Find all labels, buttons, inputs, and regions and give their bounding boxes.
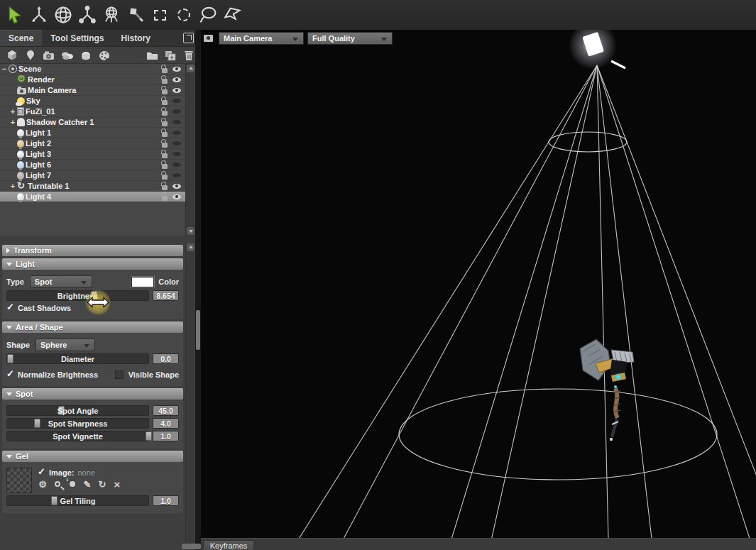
polygon-lasso-select-icon[interactable] bbox=[221, 4, 243, 26]
add-folder-icon[interactable] bbox=[146, 50, 158, 61]
section-header-transform[interactable]: Transform bbox=[2, 245, 183, 256]
light-color-swatch[interactable] bbox=[131, 277, 154, 287]
tree-row-render[interactable]: Render bbox=[0, 75, 185, 85]
eye-icon[interactable] bbox=[172, 107, 182, 116]
eye-icon[interactable] bbox=[172, 75, 182, 84]
camera-select-dropdown[interactable]: Main Camera bbox=[219, 32, 304, 45]
spot-sharpness-value[interactable]: 4.0 bbox=[153, 418, 179, 429]
tab-tool-settings[interactable]: Tool Settings bbox=[42, 30, 112, 46]
panel-edge-scrollbar[interactable] bbox=[195, 30, 201, 550]
reload-icon[interactable]: ↻ bbox=[97, 479, 107, 489]
duplicate-icon[interactable] bbox=[164, 50, 177, 61]
scroll-up-icon[interactable] bbox=[187, 65, 195, 72]
gear-icon[interactable]: ⚙ bbox=[38, 479, 48, 489]
spot-angle-slider[interactable]: Spot Angle bbox=[6, 405, 149, 416]
horizontal-scrollbar-thumb[interactable] bbox=[182, 544, 201, 549]
add-sky-icon[interactable] bbox=[61, 50, 74, 61]
add-light-icon[interactable] bbox=[24, 50, 37, 61]
spot-vignette-slider[interactable]: Spot Vignette bbox=[6, 431, 149, 441]
gel-tiling-value[interactable]: 1.0 bbox=[153, 495, 179, 506]
eye-icon[interactable] bbox=[172, 182, 182, 191]
spot-angle-value[interactable]: 45.0 bbox=[153, 405, 179, 416]
scroll-down-icon[interactable] bbox=[187, 227, 195, 235]
tree-row-sky[interactable]: Sky bbox=[0, 96, 185, 106]
universal-manipulator-icon[interactable] bbox=[101, 4, 122, 26]
zoom-icon[interactable] bbox=[53, 479, 62, 489]
lock-icon[interactable] bbox=[161, 182, 168, 191]
section-header-spot[interactable]: Spot bbox=[2, 388, 183, 400]
eye-icon[interactable] bbox=[172, 171, 182, 180]
section-header-light[interactable]: Light bbox=[2, 258, 183, 270]
gel-image-thumbnail[interactable] bbox=[6, 468, 32, 493]
edit-pencil-icon[interactable]: ✎ bbox=[82, 479, 92, 489]
lock-icon[interactable] bbox=[161, 171, 168, 180]
eye-icon[interactable] bbox=[172, 118, 182, 127]
brightness-value[interactable]: 8.654 bbox=[153, 290, 179, 301]
visible-shape-checkbox[interactable] bbox=[115, 370, 124, 379]
properties-scrollbar[interactable] bbox=[185, 243, 195, 550]
eye-icon[interactable] bbox=[172, 150, 182, 159]
select-cursor-icon[interactable] bbox=[4, 4, 26, 26]
translate-tool-icon[interactable] bbox=[28, 4, 50, 26]
tree-row-light-3[interactable]: Light 3 bbox=[0, 149, 185, 160]
expander-icon[interactable]: + bbox=[9, 118, 17, 126]
tab-keyframes[interactable]: Keyframes bbox=[203, 540, 254, 550]
tab-scene[interactable]: Scene bbox=[0, 30, 42, 46]
tree-row-light-2[interactable]: Light 2 bbox=[0, 138, 185, 149]
spot-sharpness-slider[interactable]: Spot Sharpness bbox=[6, 418, 149, 429]
add-shadow-catcher-icon[interactable] bbox=[80, 50, 92, 61]
eye-icon[interactable] bbox=[172, 139, 182, 148]
spot-light-fixture[interactable] bbox=[569, 30, 625, 70]
eye-icon[interactable] bbox=[172, 160, 182, 170]
lock-icon[interactable] bbox=[161, 86, 168, 95]
lock-icon[interactable] bbox=[161, 139, 168, 148]
lock-icon[interactable] bbox=[161, 128, 168, 138]
lock-icon[interactable] bbox=[161, 75, 168, 84]
eye-icon[interactable] bbox=[172, 128, 182, 138]
delete-trash-icon[interactable] bbox=[182, 50, 195, 61]
add-camera-icon[interactable] bbox=[43, 50, 55, 61]
expander-icon[interactable]: − bbox=[0, 65, 9, 73]
lock-icon[interactable] bbox=[161, 65, 168, 74]
rotate-tool-icon[interactable] bbox=[53, 4, 74, 26]
diameter-slider[interactable]: Diameter bbox=[6, 353, 149, 364]
move-tool-icon[interactable] bbox=[77, 4, 98, 26]
gel-image-checkbox[interactable] bbox=[38, 468, 47, 477]
tree-row-light-4-selected[interactable]: Light 4 bbox=[0, 192, 185, 202]
lock-icon[interactable] bbox=[161, 107, 168, 116]
ellipse-select-icon[interactable] bbox=[173, 4, 195, 26]
tree-row-light-6[interactable]: Light 6 bbox=[0, 160, 185, 170]
add-mesh-icon[interactable] bbox=[6, 50, 18, 61]
lock-icon[interactable] bbox=[161, 160, 168, 170]
color-pick-icon[interactable] bbox=[67, 479, 77, 489]
lock-icon[interactable] bbox=[161, 97, 168, 106]
tree-scrollbar[interactable] bbox=[185, 64, 195, 236]
eye-icon[interactable] bbox=[172, 86, 182, 95]
viewport-3d[interactable]: Main Camera Full Quality bbox=[201, 30, 756, 538]
section-header-gel[interactable]: Gel bbox=[2, 451, 183, 462]
clear-x-icon[interactable]: × bbox=[112, 479, 122, 489]
cast-shadows-checkbox[interactable] bbox=[6, 303, 16, 312]
quality-select-dropdown[interactable]: Full Quality bbox=[307, 32, 393, 45]
eye-icon[interactable] bbox=[172, 97, 182, 106]
spot-vignette-value[interactable]: 1.0 bbox=[153, 431, 179, 441]
lock-icon[interactable] bbox=[161, 118, 168, 127]
scroll-up-icon[interactable] bbox=[187, 243, 195, 251]
section-header-area-shape[interactable]: Area / Shape bbox=[2, 321, 183, 333]
tree-row-fuzi-01[interactable]: + FuZi_01 bbox=[0, 106, 185, 117]
diameter-value[interactable]: 0.0 bbox=[153, 353, 179, 364]
add-material-icon[interactable] bbox=[98, 50, 111, 61]
gel-tiling-slider-handle[interactable] bbox=[51, 496, 57, 505]
eye-icon[interactable] bbox=[172, 65, 182, 74]
scrollbar-thumb[interactable] bbox=[196, 310, 200, 350]
tree-row-light-1[interactable]: Light 1 bbox=[0, 128, 185, 138]
pivot-tool-icon[interactable] bbox=[125, 4, 146, 26]
spot-vignette-slider-handle[interactable] bbox=[146, 431, 152, 441]
brightness-slider[interactable]: Brightness bbox=[6, 290, 149, 301]
marquee-select-icon[interactable] bbox=[149, 4, 170, 26]
lasso-select-icon[interactable] bbox=[197, 4, 219, 26]
gel-tiling-slider[interactable]: Gel Tiling bbox=[6, 495, 149, 506]
normalize-brightness-checkbox[interactable] bbox=[6, 370, 16, 379]
lock-icon[interactable] bbox=[161, 150, 168, 159]
lock-icon[interactable] bbox=[161, 192, 168, 202]
